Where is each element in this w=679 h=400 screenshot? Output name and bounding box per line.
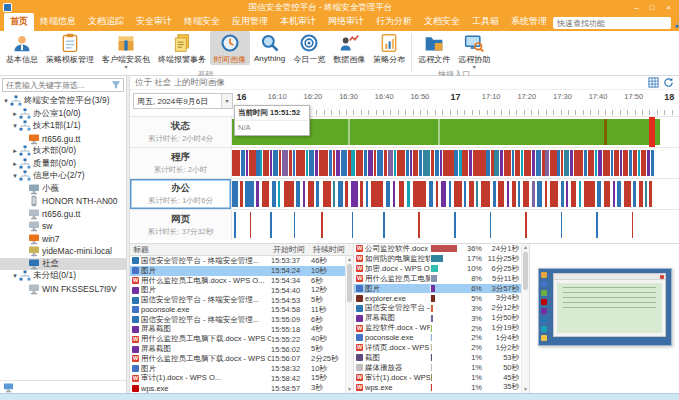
timeline-row-网页[interactable]: 网页累计时长: 37分32秒 [130, 209, 679, 240]
tree-node-办公室1(0/0)[interactable]: ▸办公室1(0/0) [0, 108, 126, 121]
grid-icon[interactable] [648, 77, 659, 88]
scroll-down-icon[interactable]: ▼ [523, 386, 528, 393]
ribbon-button-基本信息[interactable]: 基本信息 [2, 31, 42, 65]
tab-终端安全[interactable]: 终端安全 [178, 13, 226, 31]
ribbon-button-终端报警事务[interactable]: 终端报警事务 [154, 31, 210, 65]
usage-row[interactable]: 图片6%3分57秒 [354, 284, 521, 294]
tree-filter-input[interactable] [3, 81, 111, 90]
tree-node-质量部(0/0)[interactable]: ▸质量部(0/0) [0, 158, 126, 171]
usage-row[interactable]: explorer.exe5%3分4秒 [354, 293, 521, 303]
org-tree-icon[interactable] [675, 17, 679, 29]
date-picker-caret[interactable]: ▾ [221, 94, 232, 108]
tree-node-win7[interactable]: win7 [0, 233, 126, 246]
activity-row[interactable]: W审计(1).docx - WPS O...15:58:4215秒 [130, 374, 345, 384]
tab-本机审计[interactable]: 本机审计 [274, 13, 322, 31]
activity-row[interactable]: 屏幕截图15:55:184秒 [130, 325, 345, 335]
tree-node-rt656.gu.tt[interactable]: rt656.gu.tt [0, 208, 126, 221]
activity-row[interactable]: poconsole.exe15:54:5811秒 [130, 305, 345, 315]
ribbon-button-数据画像[interactable]: 数据画像 [329, 31, 369, 65]
scroll-up-icon[interactable]: ▲ [523, 244, 528, 251]
usage-row[interactable]: 屏幕截图3%1分50秒 [354, 313, 521, 323]
timeline-row-label[interactable]: 办公累计时长: 1小时6分 [130, 179, 232, 209]
expand-arrow-icon[interactable]: ▾ [11, 170, 19, 182]
tab-安全审计[interactable]: 安全审计 [130, 13, 178, 31]
tree-node-技术部(0/0)[interactable]: ▸技术部(0/0) [0, 145, 126, 158]
col-title[interactable]: 标题 [130, 244, 273, 255]
activity-row[interactable]: 国信安全管控平台 - 终端安全管理...15:54:535秒 [130, 295, 345, 305]
tab-应用管理[interactable]: 应用管理 [226, 13, 274, 31]
scroll-up-icon[interactable]: ▲ [347, 256, 352, 263]
maximize-button[interactable]: □ [645, 1, 660, 14]
tab-文档追踪[interactable]: 文档追踪 [82, 13, 130, 31]
activity-row[interactable]: W用什么监控员工电脑下载.docx - WPS O...15:55:2240秒 [130, 334, 345, 344]
tree-node-终端安全管控平台(3/9)[interactable]: ▾终端安全管控平台(3/9) [0, 95, 126, 108]
timeline-row-label[interactable]: 状态累计时长: 2小时4分 [130, 117, 232, 147]
activity-row[interactable]: 图片15:54:4012秒 [130, 285, 345, 295]
tree-node-小薇[interactable]: 小薇 [0, 183, 126, 196]
dropdown-caret-icon[interactable]: ▾ [124, 65, 127, 69]
scroll-thumb[interactable] [347, 264, 352, 302]
filter-funnel-icon[interactable] [111, 80, 121, 90]
usage-row[interactable]: W加密.docx - WPS Office10%6分25秒 [354, 264, 521, 274]
timeline-row-办公[interactable]: 办公累计时长: 1小时6分 [130, 178, 679, 209]
scroll-down-icon[interactable]: ▼ [347, 386, 352, 393]
ribbon-button-客户端安装包[interactable]: 客户端安装包▾ [98, 31, 154, 69]
usage-row[interactable]: 媒体播放器1%50秒 [354, 363, 521, 373]
minimize-button[interactable]: – [629, 1, 644, 14]
terminal-view-icon[interactable] [3, 382, 14, 393]
usage-row[interactable]: 截图1%53秒 [354, 353, 521, 363]
expand-arrow-icon[interactable]: ▾ [11, 120, 19, 132]
quick-search-input[interactable] [553, 17, 671, 29]
ribbon-button-时间画像[interactable]: 时间画像 [210, 31, 250, 65]
usage-row[interactable]: W如何防的电脑监控软件小公事.d...17%11分25秒 [354, 254, 521, 264]
usage-row[interactable]: poconsole.exe2%1分4秒 [354, 333, 521, 343]
activity-row[interactable]: 图片15:54:2410秒 [130, 266, 345, 276]
ribbon-button-远程协助[interactable]: 远程协助▾ [454, 31, 494, 69]
tree-node-技术1部(1/1)[interactable]: ▾技术1部(1/1) [0, 120, 126, 133]
timeline-row-label[interactable]: 程序累计时长: 2小时 [130, 148, 232, 178]
tab-终端信息[interactable]: 终端信息 [34, 13, 82, 31]
tree-node-WIN FKSSESL7I9V[interactable]: WIN FKSSESL7I9V [0, 283, 126, 296]
ribbon-button-策略分布[interactable]: 策略分布 [369, 31, 409, 65]
tree-node-信息中心(2/7)[interactable]: ▾信息中心(2/7) [0, 170, 126, 183]
scroll-thumb[interactable] [523, 252, 528, 290]
usage-row[interactable]: Wwps.exe1%35秒 [354, 382, 521, 392]
tree-node-rt656.gu.tt[interactable]: rt656.gu.tt [0, 133, 126, 146]
timeline-row-状态[interactable]: 状态累计时长: 2小时4分 [130, 116, 679, 147]
tab-行为分析[interactable]: 行为分析 [370, 13, 418, 31]
tree-node-yideMac-mini.local[interactable]: yideMac-mini.local [0, 245, 126, 258]
expand-arrow-icon[interactable]: ▸ [11, 158, 19, 170]
screen-thumbnail[interactable] [538, 268, 672, 346]
timeline-row-label[interactable]: 网页累计时长: 37分32秒 [130, 210, 232, 240]
refresh-icon[interactable] [663, 77, 674, 88]
ribbon-button-远程文件[interactable]: 远程文件 [414, 31, 454, 65]
tree-node-未分组(0/1)[interactable]: ▾未分组(0/1) [0, 270, 126, 283]
expand-arrow-icon[interactable]: ▸ [11, 108, 19, 120]
tree-node-sw[interactable]: sw [0, 220, 126, 233]
usage-row[interactable]: W审计(1).docx - WPS Office1%45秒 [354, 373, 521, 383]
usage-row[interactable]: W公司监控软件.docx - WPS ...36%24分1秒 [354, 244, 521, 254]
tab-首页[interactable]: 首页 [4, 13, 34, 31]
expand-arrow-icon[interactable]: ▸ [11, 145, 19, 157]
col-start-time[interactable]: 开始时间 [273, 244, 313, 255]
dropdown-caret-icon[interactable]: ▾ [473, 65, 476, 69]
ribbon-button-策略模板管理[interactable]: 策略模板管理 [42, 31, 98, 65]
tab-系统管理[interactable]: 系统管理 [505, 13, 553, 31]
timeline-row-程序[interactable]: 程序累计时长: 2小时 [130, 147, 679, 178]
ribbon-button-今日一览[interactable]: 今日一览 [289, 31, 329, 65]
date-picker[interactable]: 周五, 2024年9月6日 ▾ [133, 93, 233, 109]
close-button[interactable]: × [661, 1, 676, 14]
activity-row[interactable]: W用什么监控员工电脑.docx - WPS O...15:54:346秒 [130, 276, 345, 286]
tab-工具箱[interactable]: 工具箱 [466, 13, 505, 31]
activity-row[interactable]: W用什么监控员工电脑下载.docx - WPS O...15:56:072分25… [130, 354, 345, 364]
activity-row[interactable]: 屏幕截图15:56:025秒 [130, 344, 345, 354]
usage-row[interactable]: W监控软件.docx - WPS Off...2%1分19秒 [354, 323, 521, 333]
col-duration[interactable]: 持续时间 [313, 244, 353, 255]
usage-scrollbar[interactable]: ▲ ▼ [521, 244, 529, 393]
tree-node-社盒[interactable]: 社盒 [0, 258, 126, 271]
activity-row[interactable]: wps.exe15:58:573秒 [130, 383, 345, 393]
tree-node-HONOR NTH-AN00[interactable]: HONOR NTH-AN00 [0, 195, 126, 208]
tab-网络审计[interactable]: 网络审计 [322, 13, 370, 31]
expand-arrow-icon[interactable]: ▾ [11, 270, 19, 282]
expand-arrow-icon[interactable]: ▾ [2, 95, 10, 107]
